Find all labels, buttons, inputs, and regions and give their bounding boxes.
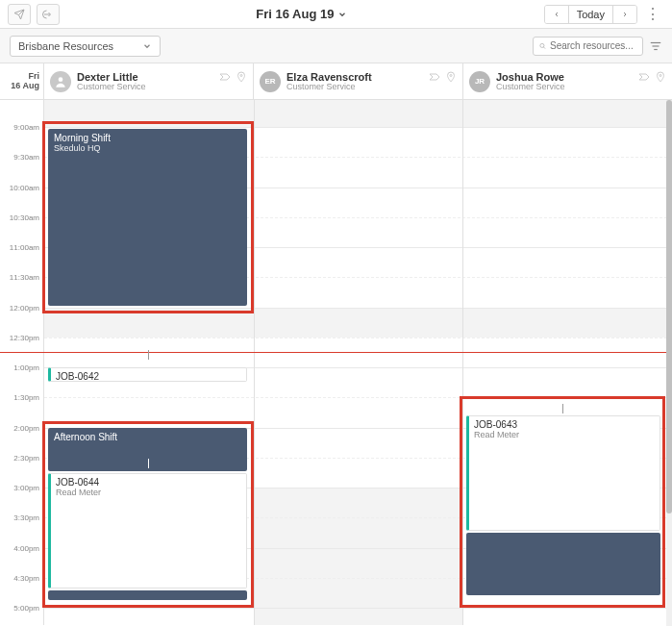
off-hours-block [254,488,463,625]
more-menu-button[interactable]: ⋮ [641,5,664,23]
svg-point-5 [240,75,242,77]
time-label: 12:00pm [10,304,39,313]
filter-settings-button[interactable] [649,39,662,53]
time-label: 2:30pm [13,454,39,463]
filter-bar: Brisbane Resources [0,29,672,63]
time-label: 4:30pm [13,574,39,583]
shift-location: Skedulo HQ [54,143,241,153]
svg-point-4 [59,77,63,82]
pin-icon [655,71,666,83]
time-label: 5:00pm [13,604,39,613]
svg-point-6 [450,75,452,77]
resource-name-block: Elza Ravenscroft Customer Service [286,71,372,92]
avatar: ER [260,71,281,92]
time-column: 9:00am 9:30am 10:00am 10:30am 11:00am 11… [0,100,44,625]
resource-name-block: Joshua Rowe Customer Service [496,71,565,92]
resource-role: Customer Service [496,83,565,92]
avatar [50,71,71,92]
pin-icon [445,71,457,83]
tag-icon [637,71,651,83]
resource-column-header[interactable]: JR Joshua Rowe Customer Service [463,63,672,99]
day-date: 16 Aug [11,82,39,91]
dark-block[interactable] [466,533,660,595]
resource-column-header[interactable]: Dexter Little Customer Service [44,63,254,99]
topbar-right: Today ⋮ [544,5,664,24]
dark-block[interactable] [48,590,247,600]
next-day-button[interactable] [613,6,636,23]
resource-name: Joshua Rowe [496,71,565,83]
current-time-line [0,352,672,353]
shift-title: Afternoon Shift [54,432,241,442]
chevron-left-icon [553,10,560,19]
chevron-down-icon [142,41,152,51]
pin-icon [236,71,247,83]
job-block-0643[interactable]: JOB-0643 Read Meter [466,415,660,531]
dropdown-label: Brisbane Resources [18,40,113,52]
resource-name: Dexter Little [77,71,146,83]
time-label: 3:00pm [13,484,39,492]
timeline-grid[interactable]: 9:00am 9:30am 10:00am 10:30am 11:00am 11… [0,100,672,625]
tag-icon [218,71,232,83]
job-code: JOB-0644 [56,477,241,488]
time-label: 10:00am [10,184,39,192]
scrollbar-thumb[interactable] [666,100,672,513]
time-label: 9:00am [13,123,39,132]
time-label: 11:30am [10,273,39,282]
resource-group-dropdown[interactable]: Brisbane Resources [10,36,161,57]
send-button[interactable] [8,4,31,25]
sliders-icon [649,39,662,53]
resource-header-row: Fri 16 Aug Dexter Little Customer Servic… [0,63,672,100]
resource-icons [218,71,247,83]
off-hours-block [44,308,672,338]
prev-day-button[interactable] [545,6,569,23]
shift-title: Morning Shift [54,133,241,143]
search-area [533,37,662,56]
time-label: 10:30am [10,213,39,222]
date-label: Fri 16 Aug 19 [256,7,334,21]
date-selector[interactable]: Fri 16 Aug 19 [256,7,347,21]
paper-plane-icon [13,9,25,20]
topbar-left [8,4,60,25]
resource-column-header[interactable]: ER Elza Ravenscroft Customer Service [254,63,463,99]
resource-icons [637,71,666,83]
job-desc: Read Meter [474,430,655,439]
svg-point-0 [540,43,544,47]
job-block-0644[interactable]: JOB-0644 Read Meter [48,473,247,588]
time-label: 12:30pm [10,334,39,342]
tag-icon [428,71,441,83]
resource-icons [428,71,457,83]
resource-role: Customer Service [77,83,146,92]
search-input[interactable] [550,40,636,51]
search-icon [539,40,546,52]
resize-handle[interactable] [148,350,149,360]
day-header: Fri 16 Aug [0,63,44,99]
shift-block-afternoon[interactable]: Afternoon Shift [48,428,247,471]
time-label: 4:00pm [13,544,39,553]
exit-icon [42,9,54,20]
time-label: 2:00pm [13,424,39,433]
search-box[interactable] [533,37,643,56]
time-label: 1:30pm [13,393,39,402]
time-label: 9:30am [13,153,39,162]
off-hours-block [44,100,672,127]
job-desc: Read Meter [56,488,241,497]
shift-block-morning[interactable]: Morning Shift Skedulo HQ [48,129,247,306]
time-label: 3:30pm [13,513,39,522]
svg-point-7 [660,75,661,77]
time-label: 1:00pm [13,363,39,372]
date-nav-group: Today [544,5,637,24]
chevron-right-icon [621,10,629,19]
exit-button[interactable] [37,4,60,25]
job-code: JOB-0642 [56,371,241,382]
job-block-0642[interactable]: JOB-0642 [48,367,247,382]
resize-handle[interactable] [148,459,149,468]
resource-name-block: Dexter Little Customer Service [77,71,146,92]
chevron-down-icon [337,10,347,19]
avatar: JR [469,71,490,92]
resource-name: Elza Ravenscroft [286,71,372,83]
top-bar: Fri 16 Aug 19 Today ⋮ [0,0,672,29]
today-button[interactable]: Today [569,6,613,23]
resource-role: Customer Service [286,83,372,92]
time-label: 11:00am [10,243,39,252]
resize-handle[interactable] [562,404,563,413]
